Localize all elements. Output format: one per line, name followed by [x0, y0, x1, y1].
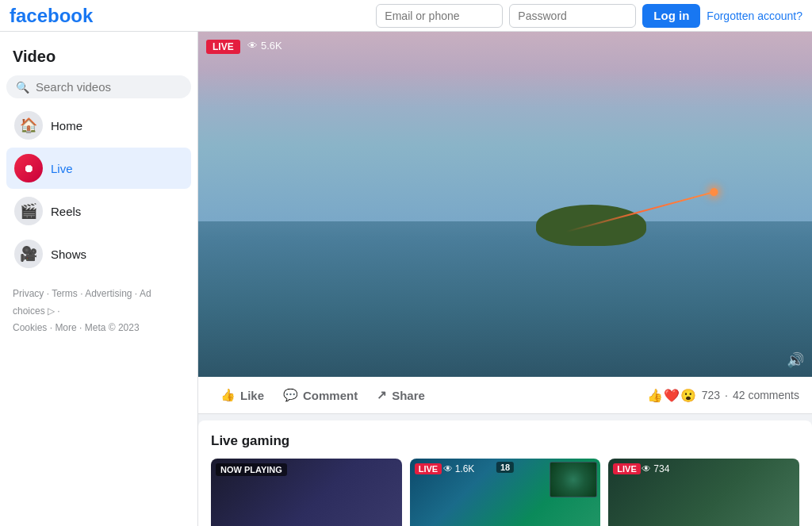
sidebar-item-home-label: Home: [51, 119, 82, 132]
card-views-value-3: 734: [653, 463, 669, 474]
header: facebook Log in Forgotten account?: [0, 0, 812, 32]
reels-icon: 🎬: [14, 197, 43, 225]
comment-button[interactable]: 💬 Comment: [274, 383, 367, 407]
now-playing-badge: NOW PLAYING: [216, 463, 287, 476]
view-count-value: 5.6K: [261, 40, 282, 52]
video-card-2[interactable]: LIVE 👁 1.6K 18 Z: [410, 459, 601, 526]
reactions-count: 723: [702, 389, 720, 401]
layout: Video 🔍 🏠 Home ⏺ Live 🎬 Reels 🎥 Shows: [0, 32, 812, 526]
cards-row: NOW PLAYING 1K U.k.r.a.i.n.i.a.n F-16 Cr…: [211, 459, 799, 526]
main-content: LIVE 👁 5.6K 🔊 👍 Like 💬 Comment ↗ Share: [198, 32, 812, 526]
eye-icon-2: 👁: [443, 463, 453, 474]
footer-advertising[interactable]: Advertising: [85, 288, 132, 299]
eye-icon: 👁: [247, 40, 258, 52]
like-icon: 👍: [220, 388, 236, 402]
comment-icon: 💬: [283, 388, 298, 402]
reactions-right: 👍 ❤️ 😮 723 · 42 comments: [647, 388, 799, 403]
reaction-emojis: 👍 ❤️ 😮: [647, 388, 697, 403]
login-button[interactable]: Log in: [642, 4, 700, 28]
video-container: LIVE 👁 5.6K 🔊: [198, 32, 812, 377]
sidebar-item-reels[interactable]: 🎬 Reels: [6, 190, 191, 232]
card-number-badge-2: 18: [496, 462, 514, 473]
footer-cookies[interactable]: Cookies: [13, 322, 47, 333]
footer-meta[interactable]: Meta: [85, 322, 106, 333]
card-views-value-2: 1.6K: [455, 463, 475, 474]
card-views-2: 👁 1.6K: [443, 463, 475, 474]
share-label: Share: [392, 389, 425, 402]
footer-more[interactable]: More: [55, 322, 76, 333]
view-count: 👁 5.6K: [247, 40, 282, 52]
like-label: Like: [240, 389, 264, 402]
video-sky: [198, 32, 812, 221]
facebook-logo[interactable]: facebook: [10, 5, 93, 27]
home-icon: 🏠: [14, 111, 43, 140]
sidebar-item-shows-label: Shows: [51, 248, 86, 261]
like-reaction: 👍: [647, 388, 663, 403]
search-box: 🔍: [6, 75, 191, 98]
video-water: [198, 239, 812, 377]
card-thumb-1: NOW PLAYING: [211, 459, 402, 526]
card-views-3: 👁 734: [642, 463, 669, 474]
footer-copyright: © 2023: [109, 322, 140, 333]
live-badge: LIVE: [206, 40, 240, 54]
email-input[interactable]: [376, 4, 503, 28]
video-background: [198, 32, 812, 377]
live-gaming-section: Live gaming NOW PLAYING 1K U.k.r.a.i.n.i…: [198, 420, 812, 526]
sidebar-item-live-label: Live: [51, 162, 73, 175]
share-icon: ↗: [377, 388, 387, 402]
volume-icon[interactable]: 🔊: [787, 351, 804, 369]
minimap-inner-2: [550, 463, 596, 497]
card-live-badge-3: LIVE: [613, 463, 640, 474]
video-card-3[interactable]: LIVE 👁 734 LG GTA 5 Big Momma Little des…: [608, 459, 799, 526]
sidebar-item-reels-label: Reels: [51, 205, 81, 218]
comment-label: Comment: [303, 389, 358, 402]
footer-terms[interactable]: Terms: [52, 288, 78, 299]
password-input[interactable]: [509, 4, 636, 28]
footer-privacy[interactable]: Privacy: [13, 288, 44, 299]
sidebar-nav: 🏠 Home ⏺ Live 🎬 Reels 🎥 Shows: [6, 105, 191, 275]
sidebar: Video 🔍 🏠 Home ⏺ Live 🎬 Reels 🎥 Shows: [0, 32, 198, 526]
love-reaction: ❤️: [664, 388, 680, 403]
like-button[interactable]: 👍 Like: [211, 383, 274, 407]
shows-icon: 🎥: [14, 240, 43, 268]
live-icon: ⏺: [14, 154, 43, 182]
actions-bar: 👍 Like 💬 Comment ↗ Share 👍 ❤️ 😮 723 · 42…: [198, 377, 812, 414]
video-player[interactable]: LIVE 👁 5.6K 🔊: [198, 32, 812, 377]
share-button[interactable]: ↗ Share: [367, 383, 435, 407]
sidebar-item-home[interactable]: 🏠 Home: [6, 105, 191, 146]
sidebar-title: Video: [6, 41, 191, 75]
eye-icon-3: 👁: [642, 463, 651, 474]
minimap-2: [550, 462, 597, 497]
video-card-1[interactable]: NOW PLAYING 1K U.k.r.a.i.n.i.a.n F-16 Cr…: [211, 459, 402, 526]
sidebar-item-shows[interactable]: 🎥 Shows: [6, 233, 191, 275]
wow-reaction: 😮: [680, 388, 696, 403]
header-auth: Log in Forgotten account?: [376, 4, 802, 28]
comments-count: 42 comments: [733, 389, 799, 401]
section-title: Live gaming: [211, 433, 799, 449]
card-live-badge-2: LIVE: [415, 463, 442, 474]
sidebar-item-live[interactable]: ⏺ Live: [6, 148, 191, 189]
search-input[interactable]: [36, 80, 182, 94]
card-thumb-2: LIVE 👁 1.6K 18: [410, 459, 601, 526]
forgot-account-link[interactable]: Forgotten account?: [707, 10, 802, 22]
search-icon: 🔍: [16, 81, 29, 94]
reactions-dot: ·: [725, 389, 728, 401]
card-thumb-3: LIVE 👁 734: [608, 459, 799, 526]
footer-links: Privacy · Terms · Advertising · Ad choic…: [6, 276, 191, 347]
